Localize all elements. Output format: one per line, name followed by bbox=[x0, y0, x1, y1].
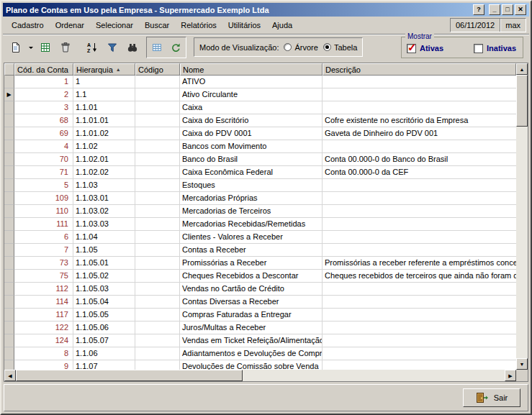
cell-cod-da-conta: 114 bbox=[14, 296, 73, 309]
checkbox-inativas-label[interactable]: Inativas bbox=[487, 44, 516, 53]
radio-button-selected-icon[interactable] bbox=[323, 43, 331, 51]
table-row[interactable]: 711.1.02.02Caixa Econômica FederalConta … bbox=[4, 166, 516, 179]
toolbar: A Z bbox=[3, 34, 529, 60]
radio-arvore-label[interactable]: Árvore bbox=[294, 43, 317, 52]
radio-tabela[interactable]: Tabela bbox=[323, 43, 357, 52]
cell-nome: Contas Diversas a Receber bbox=[180, 296, 323, 309]
cell-descricao bbox=[323, 140, 516, 153]
cell-hierarquia: 1.1.05.06 bbox=[73, 321, 135, 334]
radio-button-icon[interactable] bbox=[284, 43, 292, 51]
vertical-scrollbar[interactable]: ▲ ▼ bbox=[516, 63, 528, 370]
table-row[interactable]: 731.1.05.01Promissórias a ReceberPromiss… bbox=[4, 257, 516, 270]
checkbox-ativas[interactable]: Ativas bbox=[407, 44, 443, 53]
row-indicator-cell bbox=[4, 270, 14, 283]
table-row[interactable]: 691.1.01.02Caixa do PDV 0001Gaveta de Di… bbox=[4, 127, 516, 140]
table-row[interactable]: 751.1.05.02Cheques Recebidos a Descontar… bbox=[4, 270, 516, 283]
table-row[interactable]: 11ATIVO bbox=[4, 76, 516, 88]
menu-item-selecionar[interactable]: Selecionar bbox=[90, 19, 139, 32]
cell-codigo bbox=[135, 360, 180, 370]
current-user: max bbox=[500, 21, 526, 29]
scroll-up-button[interactable]: ▲ bbox=[516, 63, 528, 75]
cell-nome: Devoluções de Comissão sobre Venda bbox=[180, 360, 323, 370]
row-indicator-cell: ▶ bbox=[4, 88, 14, 101]
menu-item-relatorios[interactable]: Relatórios bbox=[175, 19, 222, 32]
cell-descricao: Gaveta de Dinheiro do PDV 001 bbox=[323, 127, 516, 140]
cell-cod-da-conta: 69 bbox=[14, 127, 73, 140]
menu-bar-items: CadastroOrdenarSelecionarBuscarRelatório… bbox=[6, 19, 298, 32]
table-row[interactable]: 1101.1.03.02Mercadorias de Terceiros bbox=[4, 205, 516, 218]
table-row[interactable]: ▶21.1Ativo Circulante bbox=[4, 88, 516, 101]
table-row[interactable]: 1171.1.05.05Compras Faturadas a Entregar bbox=[4, 309, 516, 321]
column-header-codigo[interactable]: Código bbox=[135, 63, 180, 76]
column-header-descricao[interactable]: Descrição bbox=[323, 63, 516, 76]
column-header-nome[interactable]: Nome bbox=[180, 63, 323, 76]
app-window: Plano de Contas em Uso pela Empresa - Su… bbox=[0, 0, 532, 415]
table-row[interactable]: 1121.1.05.03Vendas no Cartão de Crédito bbox=[4, 283, 516, 296]
scroll-down-button[interactable]: ▼ bbox=[516, 358, 528, 370]
radio-arvore[interactable]: Árvore bbox=[284, 43, 317, 52]
new-account-dropdown-button[interactable] bbox=[27, 38, 35, 57]
scroll-left-button[interactable]: ◀ bbox=[4, 370, 16, 381]
cell-descricao bbox=[323, 296, 516, 309]
table-row[interactable]: 681.1.01.01Caixa do EscritórioCofre exis… bbox=[4, 114, 516, 127]
table-row[interactable]: 1091.1.03.01Mercadorias Próprias bbox=[4, 192, 516, 205]
checkbox-ativas-label[interactable]: Ativas bbox=[420, 44, 443, 53]
cell-descricao bbox=[323, 360, 516, 370]
delete-account-button[interactable] bbox=[56, 38, 75, 57]
cell-descricao bbox=[323, 76, 516, 88]
window-title: Plano de Contas em Uso pela Empresa - Su… bbox=[6, 6, 472, 14]
minimize-button[interactable]: _ bbox=[489, 4, 500, 15]
cell-nome: Mercadorias Próprias bbox=[180, 192, 323, 205]
horizontal-scrollbar[interactable]: ◀ ▶ bbox=[4, 370, 516, 381]
table-row[interactable]: 1141.1.05.04Contas Diversas a Receber bbox=[4, 296, 516, 309]
menu-item-buscar[interactable]: Buscar bbox=[139, 19, 175, 32]
table-row[interactable]: 1241.1.05.07Vendas em Ticket Refeição/Al… bbox=[4, 334, 516, 347]
table-row[interactable]: 701.1.02.01Banco do BrasilConta 00.000-0… bbox=[4, 153, 516, 166]
checkbox-unchecked-icon[interactable] bbox=[474, 44, 483, 53]
exit-button[interactable]: Sair bbox=[463, 388, 520, 407]
table-row[interactable]: 1111.1.03.03Mercadorias Recebidas/Remeti… bbox=[4, 218, 516, 231]
cell-hierarquia: 1.1.04 bbox=[73, 231, 135, 244]
table-row[interactable]: 1221.1.05.06Juros/Multas a Receber bbox=[4, 321, 516, 334]
maximize-button[interactable]: □ bbox=[502, 4, 513, 15]
table-row[interactable]: 91.1.07Devoluções de Comissão sobre Vend… bbox=[4, 360, 516, 370]
cell-cod-da-conta: 5 bbox=[14, 179, 73, 192]
exit-button-label: Sair bbox=[494, 393, 508, 402]
cell-nome: Promissórias a Receber bbox=[180, 257, 323, 270]
checkbox-inativas[interactable]: Inativas bbox=[474, 44, 516, 53]
cell-cod-da-conta: 70 bbox=[14, 153, 73, 166]
column-header-hierarquia[interactable]: Hierarquia▲ bbox=[73, 63, 135, 76]
table-row[interactable]: 31.1.01Caixa bbox=[4, 101, 516, 114]
menu-item-cadastro[interactable]: Cadastro bbox=[6, 19, 50, 32]
menu-item-ajuda[interactable]: Ajuda bbox=[266, 19, 298, 32]
radio-tabela-label[interactable]: Tabela bbox=[334, 43, 357, 52]
cell-hierarquia: 1.1.03.01 bbox=[73, 192, 135, 205]
title-bar: Plano de Contas em Uso pela Empresa - Su… bbox=[3, 3, 529, 17]
close-button[interactable]: ✕ bbox=[515, 4, 526, 15]
menu-item-ordenar[interactable]: Ordenar bbox=[50, 19, 90, 32]
table-row[interactable]: 61.1.04Clientes - Valores a Receber bbox=[4, 231, 516, 244]
table-row[interactable]: 81.1.06Adiantamentos e Devoluções de Com… bbox=[4, 347, 516, 360]
cell-hierarquia: 1.1.02.01 bbox=[73, 153, 135, 166]
menu-item-utilitarios[interactable]: Utilitários bbox=[222, 19, 266, 32]
cell-nome: Compras Faturadas a Entregar bbox=[180, 309, 323, 321]
grid-view-button[interactable] bbox=[148, 38, 166, 57]
search-button[interactable] bbox=[123, 38, 142, 57]
new-account-button[interactable] bbox=[6, 38, 25, 57]
refresh-button[interactable] bbox=[166, 38, 185, 57]
view-mode-label: Modo de Visualização: bbox=[199, 43, 279, 52]
table-row[interactable]: 71.1.05Contas a Receber bbox=[4, 244, 516, 257]
scroll-right-button[interactable]: ▶ bbox=[505, 370, 516, 381]
help-button[interactable]: ? bbox=[473, 4, 484, 15]
cell-nome: Mercadorias de Terceiros bbox=[180, 205, 323, 218]
row-indicator-cell bbox=[4, 309, 14, 321]
filter-button[interactable] bbox=[103, 38, 122, 57]
sort-button[interactable]: A Z bbox=[83, 38, 102, 57]
column-header-cod-da-conta[interactable]: Cód. da Conta bbox=[14, 63, 73, 76]
horizontal-scrollbar-thumb[interactable] bbox=[16, 370, 243, 381]
vertical-scrollbar-thumb[interactable] bbox=[516, 75, 528, 127]
table-row[interactable]: 51.1.03Estoques bbox=[4, 179, 516, 192]
table-row[interactable]: 41.1.02Bancos com Movimento bbox=[4, 140, 516, 153]
export-excel-button[interactable] bbox=[36, 38, 55, 57]
checkbox-checked-icon[interactable] bbox=[407, 44, 416, 53]
